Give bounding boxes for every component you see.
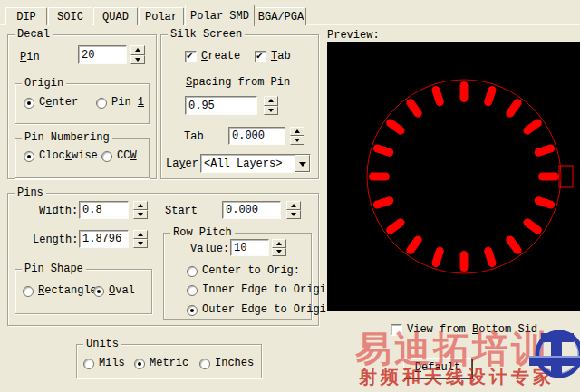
- pitch-outer-edge-option[interactable]: Outer Edge to Origi: [187, 304, 326, 316]
- units-inches-radio[interactable]: [199, 359, 210, 369]
- preview-pad: [384, 217, 406, 236]
- silk-tab-down-icon[interactable]: [290, 136, 304, 145]
- start-stepper[interactable]: [286, 201, 301, 219]
- preview-pad: [534, 143, 556, 158]
- units-inches-label: Inches: [215, 358, 254, 369]
- units-group-title: Units: [83, 338, 121, 350]
- pin-length-label: Length:: [33, 234, 78, 246]
- pin-width-stepper[interactable]: [133, 201, 148, 219]
- pin-width-label: Width:: [39, 205, 78, 217]
- numbering-clockwise-option[interactable]: Clockwise: [24, 150, 98, 162]
- origin-pin1-option[interactable]: Pin 1: [96, 97, 144, 109]
- units-inches-option[interactable]: Inches: [199, 358, 254, 369]
- origin-pin1-label: Pin 1: [111, 97, 144, 109]
- decal-wizard-dialog: DIP SOIC QUAD Polar Polar SMD BGA/PGA De…: [0, 0, 580, 392]
- tab-quad[interactable]: QUAD: [93, 7, 138, 25]
- tab-polar[interactable]: Polar: [139, 7, 184, 25]
- silk-create-checkbox[interactable]: [185, 51, 197, 62]
- tab-polar-smd[interactable]: Polar SMD: [185, 5, 255, 26]
- preview-pad: [534, 196, 556, 210]
- preview-pad: [405, 97, 424, 119]
- row-pitch-down-icon[interactable]: [272, 248, 286, 257]
- pitch-inner-edge-option[interactable]: Inner Edge to Origi: [187, 284, 326, 296]
- silk-tab-checkbox[interactable]: [255, 51, 266, 62]
- units-mils-radio[interactable]: [83, 359, 94, 369]
- numbering-clockwise-radio[interactable]: [24, 151, 34, 162]
- units-mils-option[interactable]: Mils: [83, 358, 125, 369]
- numbering-ccw-radio[interactable]: [102, 151, 112, 162]
- pitch-outer-edge-radio[interactable]: [187, 305, 198, 316]
- numbering-ccw-label: CCW: [117, 150, 137, 162]
- preview-pad: [405, 234, 424, 256]
- shape-rectangle-option[interactable]: Rectangle: [23, 285, 97, 297]
- silk-tab-input[interactable]: [228, 127, 285, 145]
- preview-pad: [460, 251, 469, 272]
- pitch-outer-edge-label: Outer Edge to Origi: [202, 304, 326, 316]
- shape-oval-label: Oval: [109, 285, 135, 297]
- silk-tab-stepper[interactable]: [290, 127, 304, 145]
- pin-length-down-icon[interactable]: [133, 239, 148, 248]
- preview-pad: [430, 246, 445, 269]
- row-pitch-value-input[interactable]: [230, 239, 269, 256]
- preview-pad: [384, 118, 406, 137]
- row-pitch-group-title: Row Pitch: [170, 226, 235, 239]
- start-down-icon[interactable]: [286, 210, 301, 219]
- units-metric-option[interactable]: Metric: [134, 358, 188, 369]
- shape-rectangle-radio[interactable]: [23, 286, 34, 297]
- pitch-center-to-origin-option[interactable]: Center to Orig:: [187, 265, 300, 277]
- pitch-center-to-origin-label: Center to Orig:: [202, 265, 300, 277]
- pin-count-stepper[interactable]: [130, 45, 145, 64]
- spacing-input[interactable]: [185, 96, 257, 115]
- preview-label: Preview:: [327, 29, 380, 42]
- shape-oval-radio[interactable]: [93, 286, 104, 297]
- pitch-center-to-origin-radio[interactable]: [187, 266, 198, 277]
- pin-width-up-icon[interactable]: [133, 201, 148, 210]
- tab-soic[interactable]: SOIC: [48, 7, 92, 25]
- row-pitch-stepper[interactable]: [272, 239, 286, 256]
- preview-pad: [505, 234, 524, 256]
- pins-group-title: Pins: [14, 186, 46, 199]
- units-mils-label: Mils: [99, 358, 125, 369]
- decal-group-title: Decal: [14, 28, 53, 41]
- pin-count-label: Pin: [20, 51, 40, 63]
- origin-center-label: Center: [39, 97, 78, 109]
- origin-pin1-radio[interactable]: [96, 98, 107, 109]
- start-input[interactable]: [222, 201, 281, 219]
- pin-width-down-icon[interactable]: [133, 210, 148, 219]
- origin-group-title: Origin: [22, 77, 66, 90]
- numbering-ccw-option[interactable]: CCW: [102, 150, 137, 162]
- pin-numbering-group-title: Pin Numbering: [22, 131, 112, 144]
- layer-dropdown[interactable]: <All Layers>: [200, 154, 311, 173]
- silk-create-option[interactable]: Create: [185, 51, 240, 62]
- row-pitch-up-icon[interactable]: [272, 239, 286, 248]
- pin-width-input[interactable]: [79, 201, 129, 219]
- layer-dropdown-arrow-icon[interactable]: [295, 155, 310, 172]
- preview-pad: [522, 217, 544, 236]
- tab-dip[interactable]: DIP: [5, 7, 47, 25]
- pitch-inner-edge-radio[interactable]: [187, 285, 198, 296]
- silk-tab-check-label: Tab: [271, 51, 291, 62]
- watermark-subtitle: 射频和天线设计专家: [359, 366, 555, 387]
- shape-oval-option[interactable]: Oval: [93, 285, 135, 297]
- units-metric-radio[interactable]: [134, 359, 145, 369]
- spacing-up-icon[interactable]: [264, 96, 278, 106]
- pin-count-up-icon[interactable]: [130, 45, 145, 55]
- start-up-icon[interactable]: [286, 201, 301, 210]
- pin-length-up-icon[interactable]: [133, 230, 148, 239]
- silk-tab-up-icon[interactable]: [290, 127, 304, 136]
- origin-center-option[interactable]: Center: [24, 97, 78, 109]
- tab-strip: DIP SOIC QUAD Polar Polar SMD BGA/PGA: [5, 4, 307, 25]
- spacing-stepper[interactable]: [264, 96, 278, 115]
- pin-count-down-icon[interactable]: [130, 55, 145, 65]
- row-pitch-value-label: Value:: [190, 243, 229, 255]
- tab-bga-pga[interactable]: BGA/PGA: [256, 7, 306, 25]
- start-label: Start: [165, 205, 198, 217]
- origin-center-radio[interactable]: [24, 98, 34, 109]
- pin-length-input[interactable]: [79, 230, 129, 248]
- watermark-logo-icon: [529, 325, 580, 381]
- silk-tab-option[interactable]: Tab: [255, 51, 291, 62]
- spacing-down-icon[interactable]: [264, 106, 278, 116]
- pin-length-stepper[interactable]: [133, 230, 148, 248]
- pin-count-input[interactable]: [78, 45, 127, 64]
- preview-pad: [460, 81, 469, 102]
